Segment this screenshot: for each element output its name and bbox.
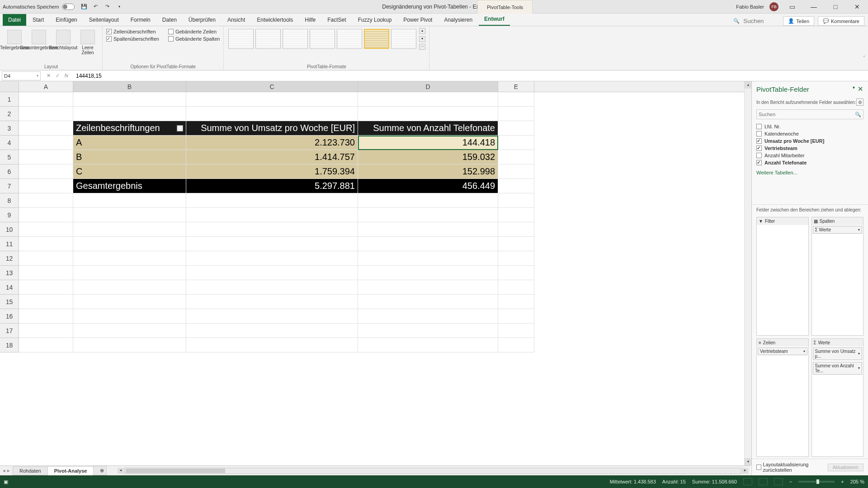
pivot-col-header[interactable]: Summe von Anzahl Telefonate	[358, 121, 498, 136]
row-header[interactable]: 16	[0, 309, 19, 324]
select-all-corner[interactable]	[0, 81, 19, 92]
cell[interactable]	[19, 150, 73, 164]
cell[interactable]	[73, 251, 186, 266]
normal-view-icon[interactable]	[743, 478, 752, 485]
name-box[interactable]: D4▾	[2, 71, 41, 80]
zoom-out-icon[interactable]: −	[789, 479, 792, 484]
values-area[interactable]: ΣWerte Summe von Umsatz p...▾ Summe von …	[811, 338, 864, 457]
cell[interactable]	[73, 208, 186, 222]
enter-fx-icon[interactable]: ✓	[54, 73, 61, 79]
update-button[interactable]: Aktualisieren	[828, 464, 863, 471]
cell[interactable]	[186, 107, 358, 121]
cell[interactable]	[498, 193, 534, 208]
cell[interactable]	[498, 324, 534, 338]
cell[interactable]	[19, 266, 73, 280]
cell[interactable]	[186, 338, 358, 352]
pivot-col-header[interactable]: Summe von Umsatz pro Woche [EUR]	[186, 121, 358, 136]
field-item[interactable]: Vertriebsteam	[756, 145, 863, 152]
redo-icon[interactable]: ↷	[104, 3, 112, 11]
cell[interactable]	[19, 179, 73, 193]
cell[interactable]	[186, 251, 358, 266]
cell[interactable]	[358, 237, 498, 251]
cell[interactable]	[73, 280, 186, 295]
row-header[interactable]: 11	[0, 237, 19, 251]
add-sheet-button[interactable]: ⊕	[93, 466, 107, 475]
cell[interactable]	[498, 309, 534, 324]
pivot-value[interactable]: 159.032	[358, 150, 498, 164]
cell[interactable]	[498, 92, 534, 107]
cell[interactable]	[19, 164, 73, 179]
field-item[interactable]: Anzahl Telefonate	[756, 159, 863, 166]
cell[interactable]	[358, 208, 498, 222]
close-icon[interactable]: ✕	[849, 0, 865, 13]
cell[interactable]	[358, 222, 498, 237]
dropdown-icon[interactable]: ▾	[858, 366, 860, 370]
cell[interactable]	[358, 280, 498, 295]
row-header[interactable]: 3	[0, 121, 19, 136]
style-thumbnail[interactable]	[310, 29, 335, 49]
pivot-row-label[interactable]: C	[73, 164, 186, 179]
pane-close-icon[interactable]: ✕	[858, 85, 863, 93]
user-avatar[interactable]: FB	[769, 2, 778, 11]
cell[interactable]	[19, 237, 73, 251]
cell[interactable]	[19, 251, 73, 266]
qat-customize-icon[interactable]: ▾	[115, 3, 123, 11]
cell[interactable]	[19, 324, 73, 338]
dropdown-icon[interactable]: ▾	[858, 352, 860, 356]
page-break-view-icon[interactable]	[774, 478, 783, 485]
row-header[interactable]: 10	[0, 222, 19, 237]
cell[interactable]	[498, 280, 534, 295]
pivot-row-label[interactable]: B	[73, 150, 186, 164]
cell[interactable]	[186, 280, 358, 295]
gallery-down-icon[interactable]: ▾	[419, 36, 425, 42]
cell[interactable]	[358, 266, 498, 280]
pivot-value[interactable]: 1.759.394	[186, 164, 358, 179]
row-header[interactable]: 8	[0, 193, 19, 208]
pivot-styles-gallery[interactable]	[227, 28, 417, 50]
cell[interactable]	[19, 92, 73, 107]
row-header[interactable]: 7	[0, 179, 19, 193]
tab-review[interactable]: Überprüfen	[183, 14, 221, 26]
gallery-up-icon[interactable]: ▴	[419, 28, 425, 34]
row-header[interactable]: 1	[0, 92, 19, 107]
dropdown-icon[interactable]: ▾	[37, 74, 38, 78]
field-item[interactable]: Anzahl Mitarbeiter	[756, 152, 863, 159]
scrollbar-thumb[interactable]	[126, 469, 225, 473]
cell[interactable]	[19, 280, 73, 295]
area-item[interactable]: Summe von Anzahl Te...▾	[813, 362, 863, 375]
tab-formulas[interactable]: Formeln	[125, 14, 156, 26]
style-thumbnail[interactable]	[283, 29, 308, 49]
vertical-scrollbar[interactable]: ▴ ▾	[744, 81, 751, 465]
gear-icon[interactable]: ⚙	[856, 99, 863, 106]
cell[interactable]	[186, 266, 358, 280]
cell[interactable]	[186, 295, 358, 309]
cell[interactable]	[358, 193, 498, 208]
field-item[interactable]: Lfd. Nr.	[756, 123, 863, 130]
row-header[interactable]: 4	[0, 136, 19, 150]
row-header[interactable]: 15	[0, 295, 19, 309]
gallery-more-icon[interactable]: ⋯	[419, 44, 425, 50]
more-tables-link[interactable]: Weitere Tabellen...	[752, 168, 868, 177]
filter-area[interactable]: ▼Filter	[756, 217, 809, 336]
cell[interactable]	[498, 237, 534, 251]
cell[interactable]	[358, 324, 498, 338]
subtotals-button[interactable]: Teilergebnisse	[4, 28, 25, 55]
scroll-right-icon[interactable]: ▸	[742, 468, 748, 474]
field-item[interactable]: Kalenderwoche	[756, 130, 863, 137]
checkbox-icon[interactable]	[756, 138, 762, 144]
dropdown-icon[interactable]: ▾	[803, 349, 805, 353]
collapse-ribbon-icon[interactable]: ˄	[863, 55, 865, 68]
horizontal-scrollbar[interactable]: ◂ ▸	[124, 468, 741, 474]
row-header[interactable]: 9	[0, 208, 19, 222]
row-header[interactable]: 5	[0, 150, 19, 164]
grandtotals-button[interactable]: Gesamtergebnisse	[28, 28, 50, 55]
col-header-b[interactable]: B	[73, 81, 186, 92]
cell[interactable]	[73, 237, 186, 251]
search-icon[interactable]: 🔍	[733, 18, 740, 24]
style-thumbnail[interactable]	[228, 29, 254, 49]
cell[interactable]	[19, 309, 73, 324]
tab-devtools[interactable]: Entwicklertools	[251, 14, 298, 26]
tab-factset[interactable]: FactSet	[322, 14, 351, 26]
row-header[interactable]: 17	[0, 324, 19, 338]
checkbox-icon[interactable]	[756, 145, 762, 151]
